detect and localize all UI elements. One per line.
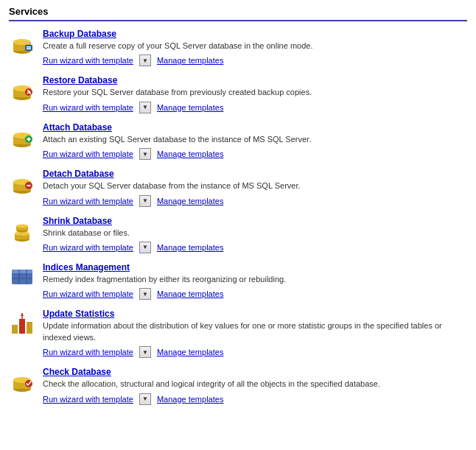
indices-dropdown-button[interactable]: ▼	[139, 288, 151, 300]
update-dropdown-button[interactable]: ▼	[139, 346, 151, 358]
svg-rect-36	[27, 322, 32, 334]
attach-description: Attach an existing SQL Server database t…	[43, 134, 467, 145]
check-description: Check the allocation, structural and log…	[43, 379, 467, 390]
svg-point-26	[16, 224, 28, 228]
svg-rect-35	[19, 319, 25, 334]
shrink-title[interactable]: Shrink Database	[43, 216, 467, 226]
check-actions: Run wizard with template ▼ Manage templa…	[43, 393, 467, 405]
attach-run-wizard-link[interactable]: Run wizard with template	[43, 150, 133, 158]
shrink-run-wizard-link[interactable]: Run wizard with template	[43, 243, 133, 252]
service-item-restore: Restore Database Restore your SQL Server…	[9, 75, 467, 113]
svg-rect-5	[27, 49, 31, 50]
update-actions: Run wizard with template ▼ Manage templa…	[43, 346, 467, 358]
update-title[interactable]: Update Statistics	[43, 309, 467, 319]
check-icon	[9, 368, 35, 395]
indices-icon	[9, 264, 35, 290]
indices-run-wizard-link[interactable]: Run wizard with template	[43, 289, 133, 298]
restore-run-wizard-link[interactable]: Run wizard with template	[43, 103, 133, 112]
update-icon	[9, 310, 35, 337]
indices-description: Remedy index fragmentation by either its…	[43, 274, 467, 285]
restore-dropdown-button[interactable]: ▼	[139, 102, 151, 113]
indices-actions: Run wizard with template ▼ Manage templa…	[43, 288, 467, 300]
svg-rect-3	[25, 45, 32, 51]
attach-title[interactable]: Attach Database	[43, 122, 467, 133]
svg-rect-34	[12, 325, 18, 334]
attach-manage-templates-link[interactable]: Manage templates	[157, 150, 224, 158]
svg-point-2	[13, 39, 31, 45]
shrink-icon: ↓	[9, 217, 35, 244]
indices-title[interactable]: Indices Management	[43, 262, 467, 273]
service-item-indices: Indices Management Remedy index fragment…	[9, 262, 467, 300]
update-content: Update Statistics Update information abo…	[43, 309, 467, 358]
attach-actions: Run wizard with template ▼ Manage templa…	[43, 148, 467, 160]
page-container: Services Backup Database Create a full r…	[0, 0, 476, 420]
detach-dropdown-button[interactable]: ▼	[139, 195, 151, 207]
attach-dropdown-button[interactable]: ▼	[139, 148, 151, 160]
restore-content: Restore Database Restore your SQL Server…	[43, 75, 467, 113]
backup-run-wizard-link[interactable]: Run wizard with template	[43, 56, 133, 65]
attach-content: Attach Database Attach an existing SQL S…	[43, 122, 467, 160]
shrink-content: Shrink Database Shrink database or files…	[43, 216, 467, 253]
shrink-manage-templates-link[interactable]: Manage templates	[157, 243, 224, 252]
restore-actions: Run wizard with template ▼ Manage templa…	[43, 102, 467, 113]
services-list: Backup Database Create a full reserve co…	[9, 29, 467, 405]
backup-dropdown-button[interactable]: ▼	[139, 55, 151, 66]
backup-title[interactable]: Backup Database	[43, 29, 467, 39]
update-manage-templates-link[interactable]: Manage templates	[157, 348, 224, 356]
check-content: Check Database Check the allocation, str…	[43, 367, 467, 404]
detach-title[interactable]: Detach Database	[43, 169, 467, 179]
backup-manage-templates-link[interactable]: Manage templates	[157, 56, 224, 65]
svg-text:↓: ↓	[19, 232, 22, 239]
detach-run-wizard-link[interactable]: Run wizard with template	[43, 197, 133, 205]
svg-rect-29	[12, 270, 32, 274]
update-description: Update information about the distributio…	[43, 320, 467, 343]
backup-description: Create a full reserve copy of your SQL S…	[43, 41, 467, 52]
shrink-actions: Run wizard with template ▼ Manage templa…	[43, 242, 467, 253]
update-run-wizard-link[interactable]: Run wizard with template	[43, 348, 133, 356]
backup-content: Backup Database Create a full reserve co…	[43, 29, 467, 66]
check-manage-templates-link[interactable]: Manage templates	[157, 395, 224, 404]
restore-description: Restore your SQL Server database from pr…	[43, 87, 467, 98]
restore-icon	[9, 77, 35, 103]
indices-content: Indices Management Remedy index fragment…	[43, 262, 467, 300]
restore-title[interactable]: Restore Database	[43, 75, 467, 85]
detach-content: Detach Database Detach your SQL Server d…	[43, 169, 467, 206]
restore-manage-templates-link[interactable]: Manage templates	[157, 103, 224, 112]
attach-icon	[9, 124, 35, 150]
service-item-check: Check Database Check the allocation, str…	[9, 367, 467, 404]
indices-manage-templates-link[interactable]: Manage templates	[157, 289, 224, 298]
shrink-dropdown-button[interactable]: ▼	[139, 242, 151, 253]
service-item-backup: Backup Database Create a full reserve co…	[9, 29, 467, 66]
detach-description: Detach your SQL Server database from the…	[43, 180, 467, 191]
check-run-wizard-link[interactable]: Run wizard with template	[43, 395, 133, 404]
backup-icon	[9, 30, 35, 57]
section-title: Services	[9, 6, 467, 21]
shrink-description: Shrink database or files.	[43, 228, 467, 239]
detach-icon	[9, 170, 35, 197]
backup-actions: Run wizard with template ▼ Manage templa…	[43, 55, 467, 66]
svg-rect-15	[28, 137, 29, 141]
service-item-detach: Detach Database Detach your SQL Server d…	[9, 169, 467, 206]
detach-manage-templates-link[interactable]: Manage templates	[157, 197, 224, 205]
svg-rect-20	[27, 185, 31, 186]
detach-actions: Run wizard with template ▼ Manage templa…	[43, 195, 467, 207]
svg-rect-4	[27, 46, 31, 48]
check-title[interactable]: Check Database	[43, 367, 467, 377]
check-dropdown-button[interactable]: ▼	[139, 393, 151, 405]
service-item-shrink: ↓ Shrink Database Shrink database or fil…	[9, 216, 467, 253]
service-item-attach: Attach Database Attach an existing SQL S…	[9, 122, 467, 160]
service-item-update: Update Statistics Update information abo…	[9, 309, 467, 358]
